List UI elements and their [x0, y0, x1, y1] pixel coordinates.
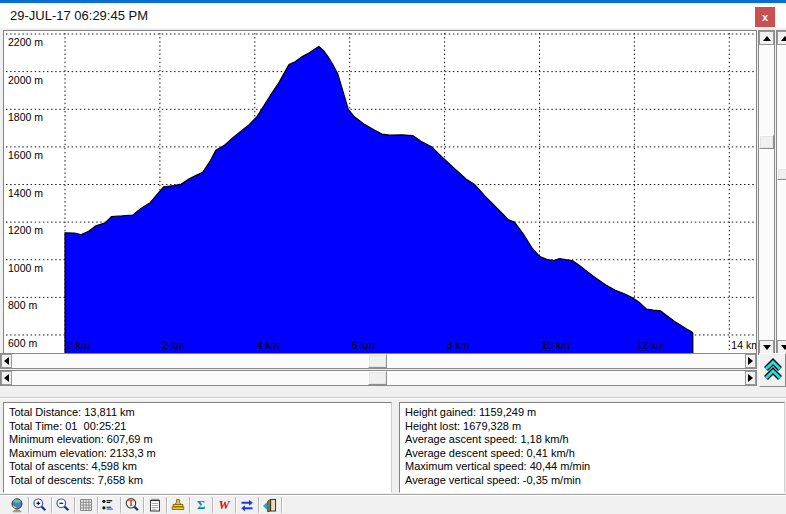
- scroll-left-button[interactable]: [1, 354, 12, 368]
- toolbar-button-waypoint-labels[interactable]: [99, 496, 119, 514]
- toolbar-button-globe[interactable]: [7, 496, 27, 514]
- toolbar-button-grid[interactable]: [76, 496, 96, 514]
- double-chevron-up-icon: [763, 358, 783, 382]
- toolbar-button-exit[interactable]: [260, 496, 280, 514]
- svg-text:12 km: 12 km: [636, 339, 665, 351]
- scroll-up-button[interactable]: [759, 31, 774, 45]
- svg-text:0 km: 0 km: [67, 339, 90, 351]
- scrollbar-thumb[interactable]: [368, 371, 387, 385]
- stat-line: Average descent speed: 0,41 km/h: [405, 447, 780, 461]
- scroll-down-button[interactable]: [777, 340, 786, 354]
- horizontal-scrollbar-1[interactable]: [0, 353, 757, 369]
- svg-text:1400 m: 1400 m: [8, 187, 43, 199]
- find-text-icon: T: [124, 497, 140, 513]
- stat-line: Height gained: 1159,249 m: [405, 406, 780, 420]
- close-icon: x: [762, 11, 768, 23]
- toolbar-button-notes[interactable]: [145, 496, 165, 514]
- transfer-icon: [239, 497, 255, 513]
- toolbar-button-transfer[interactable]: [237, 496, 257, 514]
- elevation-chart-panel[interactable]: 2200 m2000 m1800 m1600 m1400 m1200 m1000…: [3, 30, 757, 355]
- toolbar-button-zoom-out[interactable]: [53, 496, 73, 514]
- scrollbar-thumb[interactable]: [777, 168, 786, 180]
- svg-text:Σ: Σ: [197, 498, 205, 512]
- arrow-right-icon: [748, 374, 753, 382]
- stat-line: Maximum elevation: 2133,3 m: [9, 447, 387, 461]
- toolbar-separator: [281, 497, 282, 513]
- separator-groove: [0, 397, 786, 399]
- zoom-in-icon: [32, 497, 48, 513]
- stat-line: Height lost: 1679,328 m: [405, 420, 780, 434]
- stat-line: Total of descents: 7,658 km: [9, 474, 387, 488]
- svg-text:800 m: 800 m: [8, 299, 37, 311]
- grid-icon: [78, 497, 94, 513]
- exit-icon: [262, 497, 278, 513]
- toolbar-separator: [189, 497, 190, 513]
- toolbar-separator: [212, 497, 213, 513]
- elevation-profile-chart[interactable]: 2200 m2000 m1800 m1600 m1400 m1200 m1000…: [4, 31, 756, 354]
- arrow-right-icon: [748, 357, 753, 365]
- stat-line: Total Time: 01 00:25:21: [9, 420, 387, 434]
- stat-line: Total Distance: 13,811 km: [9, 406, 387, 420]
- toolbar-button-word-export[interactable]: W: [214, 496, 234, 514]
- svg-text:1800 m: 1800 m: [8, 111, 43, 123]
- stat-line: Average ascent speed: 1,18 km/h: [405, 433, 780, 447]
- toolbar-separator: [51, 497, 52, 513]
- svg-text:2000 m: 2000 m: [8, 74, 43, 86]
- svg-text:2200 m: 2200 m: [8, 36, 43, 48]
- application-window: 29-JUL-17 06:29:45 PM x 2200 m2000 m1800…: [0, 0, 786, 514]
- toolbar-separator: [28, 497, 29, 513]
- svg-text:10 km: 10 km: [542, 339, 571, 351]
- svg-text:2 km: 2 km: [162, 339, 185, 351]
- sum-icon: Σ: [193, 497, 209, 513]
- scrollbar-thumb[interactable]: [368, 354, 387, 368]
- toolbar-button-stamp[interactable]: [168, 496, 188, 514]
- toolbar-button-zoom-in[interactable]: [30, 496, 50, 514]
- arrow-left-icon: [4, 374, 9, 382]
- toolbar-button-sum[interactable]: Σ: [191, 496, 211, 514]
- svg-text:1600 m: 1600 m: [8, 149, 43, 161]
- stat-line: Minimum elevation: 607,69 m: [9, 433, 387, 447]
- arrow-up-icon: [781, 36, 786, 41]
- toolbar-separator: [97, 497, 98, 513]
- toolbar-separator: [74, 497, 75, 513]
- notes-icon: [147, 497, 163, 513]
- stat-line: Total of ascents: 4,598 km: [9, 460, 387, 474]
- arrow-up-icon: [763, 36, 771, 41]
- stats-panel-left: Total Distance: 13,811 kmTotal Time: 01 …: [3, 402, 392, 493]
- toolbar-separator: [120, 497, 121, 513]
- toolbar: TΣW: [0, 494, 786, 514]
- scrollbar-thumb[interactable]: [759, 135, 774, 149]
- zoom-out-icon: [55, 497, 71, 513]
- scroll-up-button[interactable]: [777, 31, 786, 45]
- stats-panel-right: Height gained: 1159,249 mHeight lost: 16…: [399, 402, 785, 493]
- collapse-panel-button[interactable]: [759, 353, 786, 387]
- svg-text:14 km: 14 km: [731, 339, 756, 351]
- svg-text:4 km: 4 km: [257, 339, 280, 351]
- svg-text:W: W: [218, 498, 230, 512]
- toolbar-separator: [143, 497, 144, 513]
- close-button[interactable]: x: [755, 7, 775, 27]
- word-export-icon: W: [216, 497, 232, 513]
- vertical-scrollbar-2[interactable]: [776, 30, 786, 355]
- scroll-left-button[interactable]: [1, 371, 12, 385]
- scroll-right-button[interactable]: [745, 354, 756, 368]
- stamp-icon: [170, 497, 186, 513]
- toolbar-separator: [258, 497, 259, 513]
- arrow-down-icon: [781, 345, 786, 350]
- title-bar: 29-JUL-17 06:29:45 PM x: [0, 3, 786, 28]
- svg-text:1200 m: 1200 m: [8, 224, 43, 236]
- arrow-down-icon: [763, 345, 771, 350]
- horizontal-scrollbar-2[interactable]: [0, 370, 757, 386]
- toolbar-button-find-text[interactable]: T: [122, 496, 142, 514]
- stat-line: Average vertical speed: -0,35 m/min: [405, 474, 780, 488]
- svg-text:T: T: [128, 498, 134, 508]
- vertical-scrollbar-1[interactable]: [758, 30, 775, 355]
- stat-line: Maximum vertical speed: 40,44 m/min: [405, 460, 780, 474]
- globe-icon: [9, 497, 25, 513]
- scroll-down-button[interactable]: [759, 340, 774, 354]
- svg-text:1000 m: 1000 m: [8, 262, 43, 274]
- svg-text:8 km: 8 km: [447, 339, 470, 351]
- window-title: 29-JUL-17 06:29:45 PM: [10, 8, 148, 23]
- scroll-right-button[interactable]: [745, 371, 756, 385]
- svg-text:600 m: 600 m: [8, 337, 37, 349]
